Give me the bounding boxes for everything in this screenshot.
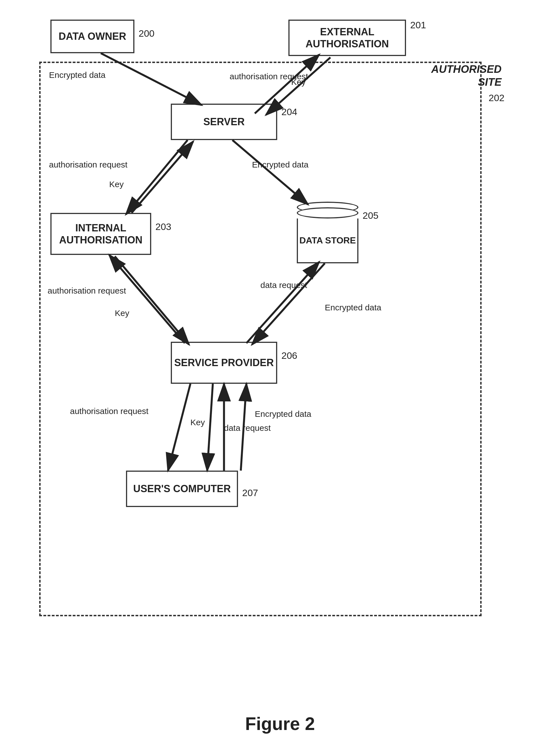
label-auth-request-2: authorisation request bbox=[49, 160, 127, 170]
ref-201: 201 bbox=[410, 20, 426, 31]
server-box: SERVER bbox=[171, 104, 277, 140]
ref-203: 203 bbox=[155, 221, 172, 232]
diagram-container: AUTHORISED SITE 202 DATA OWNER 200 EXTER… bbox=[22, 11, 538, 684]
ref-207: 207 bbox=[242, 488, 258, 498]
label-data-request-1: data request bbox=[260, 280, 307, 290]
label-encrypted-data-2: Encrypted data bbox=[252, 160, 308, 170]
label-key-4: Key bbox=[191, 417, 205, 428]
ref-202: 202 bbox=[488, 93, 504, 103]
label-encrypted-data-1: Encrypted data bbox=[49, 70, 105, 80]
internal-auth-box: INTERNAL AUTHORISATION bbox=[51, 213, 151, 255]
authorised-site-border bbox=[39, 62, 482, 616]
users-computer-box: USER'S COMPUTER bbox=[126, 471, 238, 507]
label-data-request-2: data request bbox=[224, 423, 271, 433]
ref-206: 206 bbox=[281, 350, 297, 361]
figure-label: Figure 2 bbox=[0, 713, 560, 734]
ref-205: 205 bbox=[363, 210, 379, 221]
data-owner-box: DATA OWNER bbox=[51, 20, 134, 53]
label-auth-request-4: authorisation request bbox=[70, 406, 148, 416]
ref-200: 200 bbox=[139, 28, 155, 39]
external-auth-box: EXTERNAL AUTHORISATION bbox=[288, 20, 406, 56]
ref-204: 204 bbox=[281, 106, 297, 117]
label-encrypted-data-3: Encrypted data bbox=[325, 302, 381, 313]
label-key-2: Key bbox=[109, 179, 124, 190]
label-auth-request-3: authorisation request bbox=[47, 286, 126, 296]
label-encrypted-data-4: Encrypted data bbox=[255, 409, 312, 419]
label-key-1: Key bbox=[291, 77, 306, 87]
label-key-3: Key bbox=[115, 308, 129, 318]
data-store-cylinder: DATA STORE bbox=[297, 202, 358, 263]
service-provider-box: SERVICE PROVIDER bbox=[171, 342, 277, 384]
authorised-site-label: AUTHORISED SITE bbox=[431, 63, 501, 88]
